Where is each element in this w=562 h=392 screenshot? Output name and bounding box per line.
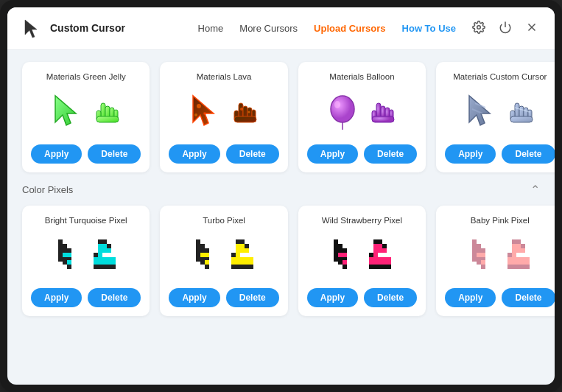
- nav-icons: [471, 19, 540, 38]
- svg-rect-65: [107, 244, 111, 248]
- apply-button-turbo-pixel[interactable]: Apply: [169, 288, 219, 307]
- svg-rect-155: [507, 253, 512, 257]
- card-title-lava: Materials Lava: [197, 72, 252, 81]
- svg-rect-117: [373, 239, 378, 244]
- svg-rect-136: [477, 244, 481, 248]
- delete-button-balloon[interactable]: Delete: [364, 144, 417, 164]
- green-jelly-hand-icon: [89, 93, 122, 131]
- delete-button-lava[interactable]: Delete: [226, 144, 279, 164]
- svg-point-1: [477, 25, 481, 29]
- card-buttons-lava: Apply Delete: [169, 144, 278, 164]
- svg-rect-104: [334, 248, 338, 253]
- cursor-preview-turbo-pixel: [193, 232, 255, 279]
- svg-rect-97: [231, 253, 236, 257]
- svg-rect-159: [507, 265, 530, 269]
- svg-rect-125: [382, 248, 387, 253]
- delete-button-custom-cursor[interactable]: Delete: [502, 144, 555, 164]
- svg-rect-108: [338, 248, 343, 253]
- svg-rect-43: [58, 239, 63, 244]
- nav-how-to-use[interactable]: How To Use: [402, 23, 456, 34]
- card-wild-strawberry: Wild Strawberry Pixel: [298, 206, 426, 316]
- svg-rect-133: [472, 248, 477, 253]
- svg-rect-86: [205, 260, 209, 265]
- svg-point-15: [194, 113, 197, 116]
- card-title-green-jelly: Materials Green Jelly: [46, 72, 126, 81]
- svg-rect-46: [58, 253, 63, 257]
- svg-rect-147: [512, 244, 516, 248]
- svg-rect-152: [516, 248, 521, 253]
- baby-pink-hand-icon: [503, 238, 531, 273]
- svg-rect-127: [369, 257, 373, 262]
- cursor-preview-balloon: [326, 88, 397, 136]
- svg-rect-11: [96, 116, 119, 122]
- delete-button-baby-pink[interactable]: Delete: [502, 288, 555, 307]
- svg-rect-75: [196, 248, 200, 253]
- main-content[interactable]: Materials Green Jelly: [7, 50, 555, 385]
- card-buttons-custom-cursor: Apply Delete: [445, 144, 555, 164]
- apply-button-green-jelly[interactable]: Apply: [31, 144, 82, 164]
- card-title-balloon: Materials Balloon: [329, 72, 394, 81]
- svg-rect-64: [102, 248, 107, 253]
- card-buttons-baby-pink: Apply Delete: [445, 288, 555, 307]
- lava-arrow-icon: [189, 93, 221, 131]
- svg-rect-79: [200, 248, 205, 253]
- card-balloon: Materials Balloon: [298, 62, 426, 172]
- delete-button-bright-turquoise[interactable]: Delete: [88, 288, 141, 307]
- svg-rect-126: [369, 253, 373, 257]
- svg-rect-138: [477, 253, 481, 257]
- apply-button-wild-strawberry[interactable]: Apply: [307, 288, 358, 307]
- nav-bar: Custom Cursor Home More Cursors Upload C…: [7, 7, 555, 50]
- delete-button-wild-strawberry[interactable]: Delete: [364, 288, 417, 307]
- svg-rect-130: [369, 265, 391, 269]
- svg-rect-144: [481, 260, 485, 265]
- logo-text: Custom Cursor: [50, 23, 125, 34]
- nav-upload-cursors[interactable]: Upload Cursors: [314, 23, 386, 34]
- svg-rect-151: [516, 244, 521, 248]
- apply-button-bright-turquoise[interactable]: Apply: [31, 288, 82, 307]
- svg-rect-124: [382, 244, 387, 248]
- custom-arrow-icon: [465, 93, 497, 131]
- svg-rect-149: [512, 253, 516, 257]
- close-button[interactable]: [524, 19, 540, 38]
- svg-rect-120: [373, 253, 378, 257]
- nav-home[interactable]: Home: [198, 23, 224, 34]
- svg-rect-32: [372, 116, 394, 122]
- nav-more-cursors[interactable]: More Cursors: [239, 23, 298, 34]
- svg-rect-156: [507, 257, 512, 262]
- apply-button-lava[interactable]: Apply: [169, 144, 219, 164]
- power-button[interactable]: [497, 19, 513, 38]
- svg-rect-146: [512, 239, 516, 244]
- apply-button-custom-cursor[interactable]: Apply: [445, 144, 496, 164]
- svg-rect-123: [378, 248, 382, 253]
- svg-rect-56: [67, 260, 71, 265]
- delete-button-green-jelly[interactable]: Delete: [88, 144, 141, 164]
- color-pixels-label: Color Pixels: [22, 184, 73, 195]
- apply-button-baby-pink[interactable]: Apply: [445, 288, 496, 307]
- color-pixels-collapse-button[interactable]: ⌃: [530, 183, 540, 197]
- svg-marker-12: [193, 96, 214, 125]
- card-buttons-balloon: Apply Delete: [307, 144, 417, 164]
- svg-point-14: [203, 112, 206, 115]
- turquoise-hand-icon: [89, 238, 117, 273]
- svg-marker-0: [25, 20, 37, 38]
- delete-button-turbo-pixel[interactable]: Delete: [226, 288, 279, 307]
- svg-rect-96: [245, 248, 249, 253]
- svg-rect-59: [98, 244, 102, 248]
- baby-pink-arrow-icon: [469, 238, 497, 273]
- svg-rect-63: [102, 244, 107, 248]
- svg-rect-50: [63, 253, 67, 257]
- balloon-arrow-icon: [326, 93, 359, 131]
- card-buttons-bright-turquoise: Apply Delete: [31, 288, 141, 307]
- browser-frame: Custom Cursor Home More Cursors Upload C…: [0, 0, 562, 392]
- turbo-arrow-icon: [193, 238, 221, 273]
- apply-button-balloon[interactable]: Apply: [307, 144, 358, 164]
- settings-button[interactable]: [471, 19, 487, 38]
- lava-hand-icon: [227, 93, 259, 131]
- svg-rect-95: [245, 244, 249, 248]
- svg-rect-44: [58, 244, 63, 248]
- strawberry-hand-icon: [365, 238, 393, 273]
- svg-rect-89: [236, 244, 240, 248]
- close-icon: [525, 21, 538, 34]
- svg-rect-112: [343, 253, 347, 257]
- svg-rect-21: [234, 116, 256, 122]
